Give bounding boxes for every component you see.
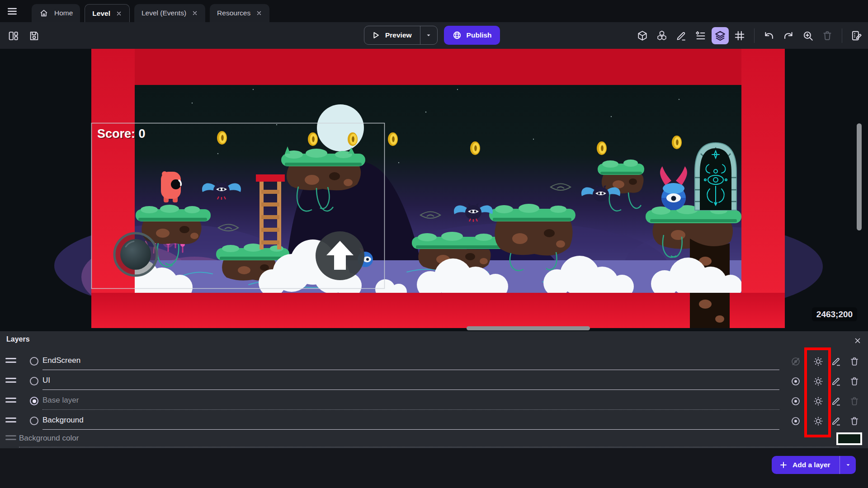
field-underline xyxy=(42,389,779,390)
trash-icon[interactable] xyxy=(848,415,861,427)
effects-sun-icon[interactable] xyxy=(812,415,825,427)
drag-handle-icon[interactable] xyxy=(5,418,16,425)
layer-row-ui: UI xyxy=(0,372,868,390)
undo-icon[interactable] xyxy=(760,27,778,44)
edit-pencil-icon[interactable] xyxy=(830,395,843,408)
events-sheet-icon[interactable] xyxy=(848,27,865,44)
boundary-zone-bottom[interactable] xyxy=(91,293,785,328)
layer-name-field[interactable]: EndScreen xyxy=(42,356,80,365)
layer-name-field[interactable]: Background xyxy=(42,416,84,425)
trash-icon[interactable] xyxy=(848,355,861,368)
save-icon[interactable] xyxy=(25,27,42,44)
field-underline xyxy=(19,447,839,447)
preview-button[interactable]: Preview xyxy=(364,26,420,44)
zoom-in-icon[interactable] xyxy=(799,27,816,44)
tab-resources[interactable]: Resources xyxy=(210,4,269,22)
layer-name-field[interactable]: UI xyxy=(42,376,50,385)
layer-row-base-layer: Base layer xyxy=(0,392,868,410)
redo-icon[interactable] xyxy=(780,27,797,44)
portal[interactable] xyxy=(695,143,736,210)
play-icon xyxy=(371,30,381,40)
plus-icon xyxy=(779,460,788,469)
close-tab-icon[interactable] xyxy=(192,10,198,16)
home-icon xyxy=(39,8,49,18)
layers-panel: Layers EndScreen xyxy=(0,331,868,448)
score-text: Score: 0 xyxy=(97,127,146,141)
publish-button[interactable]: Publish xyxy=(444,26,500,45)
preview-label: Preview xyxy=(385,31,412,39)
publish-label: Publish xyxy=(467,31,492,39)
layer-radio[interactable] xyxy=(30,417,38,425)
close-panel-icon[interactable] xyxy=(852,335,863,347)
tab-home[interactable]: Home xyxy=(32,4,80,22)
toolbar: Preview Publish xyxy=(0,22,868,49)
horizontal-scrollbar[interactable] xyxy=(467,326,590,330)
scene-canvas[interactable]: Score: 0 Score: 0 2463;200 xyxy=(0,49,868,331)
layer-name-field[interactable]: Base layer xyxy=(42,396,79,405)
layer-radio[interactable] xyxy=(30,357,38,366)
object-groups-icon[interactable] xyxy=(653,27,670,44)
panel-footer: Add a layer xyxy=(0,448,868,488)
grid-icon[interactable] xyxy=(731,27,748,44)
layers-panel-icon[interactable] xyxy=(712,27,729,44)
layer-row-endscreen: EndScreen xyxy=(0,352,868,371)
drag-handle-icon[interactable] xyxy=(5,398,16,405)
visibility-eye-icon[interactable] xyxy=(789,375,802,388)
add-layer-label: Add a layer xyxy=(793,461,830,469)
scene-render: Score: 0 Score: 0 xyxy=(0,49,868,331)
globe-icon xyxy=(452,30,462,40)
preview-options-dropdown[interactable] xyxy=(420,26,437,44)
layers-panel-title: Layers xyxy=(6,335,30,343)
layer-row-background: Background xyxy=(0,412,868,430)
add-layer-dropdown[interactable] xyxy=(840,456,856,474)
delete-icon[interactable] xyxy=(819,27,836,44)
cursor-coordinates-badge: 2463;200 xyxy=(812,307,857,321)
background-color-row: Background color xyxy=(0,430,868,448)
trash-icon[interactable] xyxy=(848,375,861,388)
jump-button[interactable] xyxy=(316,231,364,280)
trash-icon-disabled xyxy=(848,395,861,408)
effects-sun-icon[interactable] xyxy=(812,355,825,368)
background-color-swatch[interactable] xyxy=(836,432,862,445)
tab-label: Level xyxy=(92,9,110,18)
visibility-eye-off-icon[interactable] xyxy=(789,355,802,368)
boundary-zone-top[interactable] xyxy=(91,49,785,85)
effects-sun-icon[interactable] xyxy=(812,395,825,408)
drag-handle-icon[interactable] xyxy=(5,358,16,365)
edit-pencil-icon[interactable] xyxy=(830,415,843,427)
main-menu-icon[interactable] xyxy=(6,5,24,18)
instances-list-icon[interactable] xyxy=(692,27,709,44)
field-underline xyxy=(42,370,779,370)
tab-label: Home xyxy=(54,9,73,17)
visibility-eye-icon[interactable] xyxy=(789,395,802,408)
effects-sun-icon[interactable] xyxy=(812,375,825,388)
toolbar-divider xyxy=(754,28,755,43)
add-layer-button-group: Add a layer xyxy=(772,456,856,474)
tab-label: Level (Events) xyxy=(142,9,186,17)
drag-handle-icon xyxy=(5,435,16,442)
add-layer-button[interactable]: Add a layer xyxy=(772,460,840,469)
boundary-zone-left[interactable] xyxy=(91,49,135,328)
preview-button-group: Preview xyxy=(364,26,438,45)
layer-radio-selected[interactable] xyxy=(30,397,38,405)
moon[interactable] xyxy=(317,104,364,151)
vertical-scrollbar[interactable] xyxy=(857,123,862,230)
field-underline xyxy=(42,409,779,410)
panels-layout-icon[interactable] xyxy=(5,27,22,44)
edit-pencil-icon[interactable] xyxy=(830,375,843,388)
tab-level[interactable]: Level xyxy=(85,4,130,22)
close-tab-icon[interactable] xyxy=(116,10,122,17)
gdevelop-editor-window: Home Level Level (Events) Resources xyxy=(0,0,868,488)
close-tab-icon[interactable] xyxy=(256,10,262,16)
layer-radio[interactable] xyxy=(30,377,38,385)
visibility-eye-icon[interactable] xyxy=(789,415,802,427)
drag-handle-icon[interactable] xyxy=(5,378,16,385)
toolbar-divider xyxy=(842,28,842,43)
boundary-zone-right[interactable] xyxy=(741,49,785,328)
tab-level-events[interactable]: Level (Events) xyxy=(134,4,205,22)
3d-box-icon[interactable] xyxy=(634,27,651,44)
edit-pencil-icon[interactable] xyxy=(830,355,843,368)
edit-scene-icon[interactable] xyxy=(673,27,690,44)
joystick-control[interactable] xyxy=(114,233,157,276)
tab-label: Resources xyxy=(217,9,250,17)
